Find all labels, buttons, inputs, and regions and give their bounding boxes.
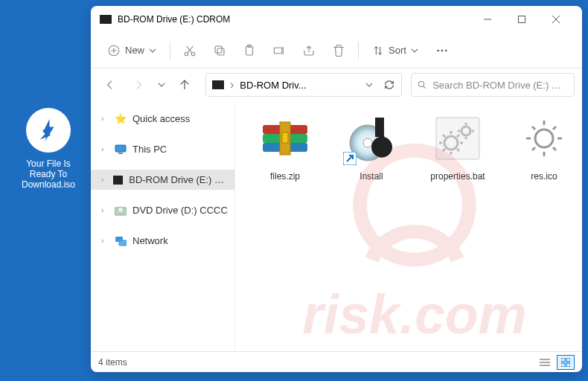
svg-point-24 [419, 81, 424, 86]
network-icon [115, 236, 127, 246]
svg-text:risk.com: risk.com [302, 284, 527, 345]
sidebar-item-quick-access[interactable]: › ⭐ Quick access [91, 109, 234, 129]
sort-button[interactable]: Sort [365, 40, 426, 61]
sidebar-item-label: DVD Drive (D:) CCCC [132, 205, 228, 216]
search-icon [418, 80, 426, 90]
sidebar-item-network[interactable]: › Network [91, 231, 234, 251]
file-label: properties.bat [418, 171, 497, 182]
svg-rect-26 [115, 145, 126, 152]
chevron-right-icon: › [101, 176, 107, 184]
refresh-icon[interactable] [383, 79, 395, 91]
svg-rect-12 [215, 46, 222, 53]
recent-dropdown[interactable] [155, 73, 168, 97]
file-label: Install [332, 171, 411, 182]
separator [170, 42, 170, 60]
details-view-button[interactable] [536, 355, 554, 370]
svg-point-21 [441, 49, 444, 51]
navbar: › BD-ROM Driv... Search BD-ROM Drive (E:… [91, 68, 582, 101]
minimize-button[interactable] [470, 7, 505, 31]
share-icon[interactable] [295, 37, 322, 64]
maximize-button[interactable] [505, 7, 539, 31]
icons-view-button[interactable] [557, 355, 575, 370]
svg-rect-27 [118, 153, 123, 154]
chevron-right-icon: › [230, 78, 234, 92]
svg-point-29 [118, 207, 124, 213]
separator [358, 42, 359, 60]
item-count: 4 items [98, 357, 127, 368]
svg-point-20 [437, 49, 439, 51]
disc-drive-icon [115, 205, 127, 216]
address-crumb: BD-ROM Driv... [240, 80, 359, 91]
back-button[interactable] [98, 73, 122, 97]
copy-icon[interactable] [206, 37, 233, 64]
sidebar-item-bdrom[interactable]: › BD-ROM Drive (E:) CDROM [91, 170, 234, 190]
svg-line-25 [424, 86, 426, 89]
star-icon: ⭐ [115, 113, 127, 124]
file-item[interactable]: files.zip [246, 112, 325, 182]
new-button[interactable]: New [100, 39, 164, 62]
file-item[interactable]: Install [332, 112, 411, 182]
chevron-down-icon[interactable] [365, 81, 373, 89]
svg-rect-51 [566, 358, 570, 362]
svg-rect-38 [282, 132, 288, 143]
sidebar-item-label: Network [132, 235, 168, 246]
content-area: risk.com files.zip Install [235, 101, 582, 351]
chevron-right-icon: › [101, 237, 109, 245]
statusbar: 4 items [91, 351, 582, 372]
svg-line-10 [187, 46, 193, 53]
new-button-label: New [125, 45, 144, 56]
up-button[interactable] [173, 73, 196, 97]
sidebar: › ⭐ Quick access › This PC › BD-ROM Driv… [91, 101, 235, 351]
address-bar[interactable]: › BD-ROM Driv... [205, 73, 402, 97]
svg-rect-31 [119, 240, 127, 246]
svg-rect-1 [519, 16, 525, 23]
svg-rect-53 [566, 363, 570, 367]
sort-button-label: Sort [389, 45, 406, 56]
close-button[interactable] [539, 7, 573, 31]
batch-file-icon [425, 112, 490, 165]
svg-line-9 [188, 46, 194, 53]
svg-rect-52 [561, 363, 565, 367]
file-item[interactable]: res.ico [505, 112, 582, 182]
svg-point-46 [535, 129, 553, 147]
chevron-right-icon: › [101, 115, 109, 123]
ico-file-icon [511, 112, 577, 165]
svg-rect-15 [274, 48, 282, 54]
desktop-icon[interactable]: Your File Is Ready To Download.iso [15, 108, 82, 190]
pc-icon [115, 144, 127, 155]
explorer-window: BD-ROM Drive (E:) CDROM New Sort [91, 6, 582, 372]
file-label: res.ico [505, 171, 582, 182]
forward-button[interactable] [127, 73, 150, 97]
titlebar: BD-ROM Drive (E:) CDROM [91, 6, 582, 33]
desktop-icon-label: Your File Is Ready To Download.iso [15, 159, 82, 190]
toolbar: New Sort [91, 33, 582, 68]
chevron-right-icon: › [101, 145, 109, 153]
disc-install-icon [339, 112, 404, 165]
svg-point-40 [363, 138, 372, 147]
daemon-tools-icon [26, 108, 71, 153]
file-item[interactable]: properties.bat [418, 112, 497, 182]
svg-rect-50 [561, 358, 565, 362]
sidebar-item-this-pc[interactable]: › This PC [91, 139, 234, 159]
svg-rect-11 [217, 48, 224, 55]
zip-archive-icon [252, 112, 318, 165]
rename-icon[interactable] [266, 37, 293, 64]
paste-icon[interactable] [236, 37, 263, 64]
sidebar-item-label: BD-ROM Drive (E:) CDROM [129, 174, 229, 185]
search-placeholder: Search BD-ROM Drive (E:) CDROM [432, 80, 568, 91]
window-title: BD-ROM Drive (E:) CDROM [118, 14, 470, 25]
file-label: files.zip [246, 171, 325, 182]
drive-icon [100, 15, 112, 24]
cut-icon[interactable] [176, 37, 203, 64]
chevron-right-icon: › [101, 206, 109, 214]
shortcut-arrow-icon [343, 152, 357, 165]
svg-point-22 [445, 49, 447, 51]
search-input[interactable]: Search BD-ROM Drive (E:) CDROM [411, 73, 575, 97]
drive-icon [113, 176, 123, 185]
more-icon[interactable] [429, 37, 456, 64]
delete-icon[interactable] [325, 37, 352, 64]
drive-icon [212, 80, 224, 89]
sidebar-item-dvd[interactable]: › DVD Drive (D:) CCCC [91, 200, 234, 220]
sidebar-item-label: This PC [132, 144, 167, 155]
sidebar-item-label: Quick access [132, 113, 190, 124]
